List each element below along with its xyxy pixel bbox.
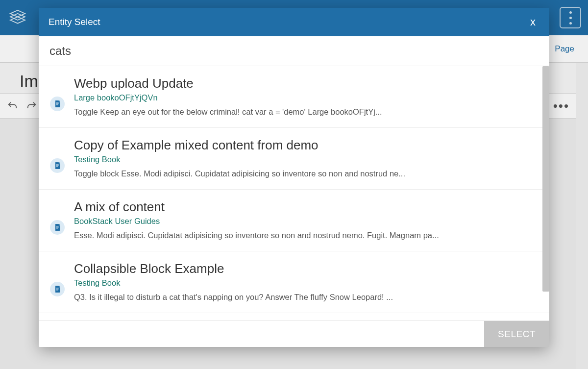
svg-rect-9 [56,226,58,226]
result-book: Testing Book [74,155,539,164]
page-icon [50,220,65,235]
result-snippet: Esse. Modi adipisci. Cupidatat adipisici… [74,231,539,240]
svg-rect-1 [56,102,58,103]
close-icon[interactable]: x [526,13,539,31]
result-item[interactable]: A mix of contentBookStack User GuidesEss… [39,190,549,251]
modal-header: Entity Select x [39,8,549,36]
scrollbar[interactable] [542,66,549,292]
svg-rect-2 [56,103,58,104]
result-item[interactable]: Mixed content example [39,313,549,320]
modal-overlay: Entity Select x Webp upload UpdateLarge … [0,0,588,369]
page-icon [50,97,65,111]
result-book: Large bookoOFjtYjQVn [74,93,539,102]
result-title: A mix of content [74,199,539,215]
result-title: Copy of Example mixed content from demo [74,138,539,153]
result-icon-wrap [49,138,65,178]
search-container [39,36,549,66]
result-book: Testing Book [74,278,539,288]
svg-rect-5 [56,164,58,165]
result-icon-wrap [49,199,65,240]
svg-rect-6 [56,165,58,166]
result-snippet: Toggle block Esse. Modi adipisci. Cupida… [74,169,539,178]
result-item[interactable]: Webp upload UpdateLarge bookoOFjtYjQVnTo… [39,66,549,128]
results-list[interactable]: Webp upload UpdateLarge bookoOFjtYjQVnTo… [39,66,549,320]
svg-rect-3 [56,104,58,105]
modal-title: Entity Select [49,17,100,27]
result-icon-wrap [49,261,65,302]
result-item[interactable]: Copy of Example mixed content from demoT… [39,128,549,190]
svg-rect-7 [56,166,58,167]
page-icon [50,158,65,173]
svg-rect-11 [56,228,58,228]
entity-select-modal: Entity Select x Webp upload UpdateLarge … [39,8,549,347]
modal-footer: SELECT [39,320,549,347]
result-title: Webp upload Update [74,76,539,91]
select-button[interactable]: SELECT [484,321,549,347]
svg-rect-15 [56,290,58,290]
result-item[interactable]: Collapsible Block ExampleTesting BookQ3.… [39,251,549,313]
svg-rect-13 [56,288,58,288]
svg-rect-14 [56,289,58,289]
result-title: Collapsible Block Example [74,261,539,276]
search-input[interactable] [39,36,549,66]
result-icon-wrap [49,76,65,117]
svg-rect-10 [56,227,58,227]
result-snippet: Toggle Keep an eye out for the below cri… [74,107,539,117]
result-book: BookStack User Guides [74,217,539,226]
page-icon [50,282,65,296]
result-snippet: Q3. Is it illegal to disturb a cat that'… [74,293,539,302]
